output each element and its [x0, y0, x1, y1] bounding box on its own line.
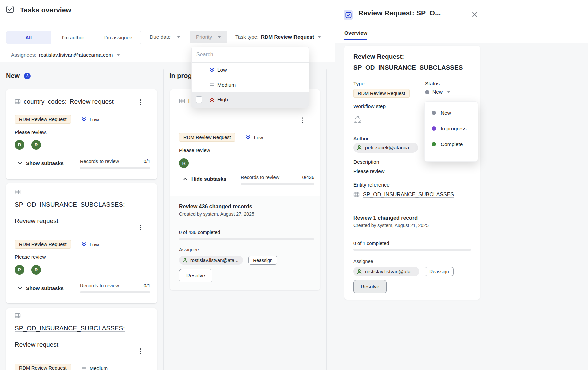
avatar[interactable]: P	[15, 265, 24, 275]
records-label: Records to review	[80, 159, 119, 164]
filter-tabs: All I’m author I’m assignee	[6, 31, 141, 44]
table-icon	[15, 189, 21, 195]
column-divider	[326, 69, 327, 370]
reassign-button[interactable]: Reassign	[248, 256, 277, 265]
workflow-step-label: Workflow step	[353, 103, 386, 109]
show-subtasks-toggle[interactable]: Show subtasks	[17, 160, 64, 166]
assignees-filter[interactable]: Assignees: rostislav.listvan@ataccama.co…	[11, 51, 120, 59]
panel-header: Review Request: SP_O... Overview	[335, 0, 588, 43]
task-type-badge: RDM Review Request	[15, 364, 71, 370]
chevron-down-icon	[17, 161, 23, 166]
checkbox[interactable]	[196, 82, 202, 88]
column-header-new: New 3	[6, 72, 31, 80]
task-type-filter[interactable]: Task type: RDM Review Request	[235, 31, 321, 43]
records-progress: Records to review 0/1	[80, 159, 150, 169]
reassign-button[interactable]: Reassign	[425, 267, 453, 276]
status-option-complete[interactable]: Complete	[425, 136, 478, 152]
badge-row: RDM Review Request Low	[179, 133, 263, 142]
priority-indicator: Low	[81, 242, 99, 247]
avatar[interactable]: R	[179, 158, 189, 168]
entity-link[interactable]: SP_OD_INSURANCE_SUBCLASSES:	[15, 322, 125, 335]
card-title: SP_OD_INSURANCE_SUBCLASSES: Review reque…	[15, 313, 134, 351]
progress-bar	[80, 167, 150, 169]
show-subtasks-toggle[interactable]: Show subtasks	[17, 285, 64, 291]
toggle-label: Show subtasks	[26, 160, 64, 166]
priority-option-medium[interactable]: Medium	[192, 78, 309, 93]
subtask-created: Created by system, August 21, 2025	[353, 223, 429, 228]
priority-label: Low	[90, 242, 99, 247]
table-icon	[179, 98, 185, 104]
subtask-title: Review 436 changed records	[179, 204, 252, 210]
priority-option-high[interactable]: High	[192, 92, 309, 107]
priority-medium-icon	[81, 365, 87, 370]
checkbox[interactable]	[196, 96, 202, 103]
avatar[interactable]: R	[31, 140, 41, 150]
tab-im-assignee[interactable]: I’m assignee	[95, 31, 141, 44]
avatar-group: R	[179, 158, 196, 168]
chevron-down-icon	[218, 36, 221, 38]
card-description: Please review	[15, 254, 46, 260]
resolve-button[interactable]: Resolve	[353, 280, 387, 293]
card-description: Please review	[179, 147, 210, 153]
records-value: 0/436	[302, 175, 314, 180]
status-option-in-progress[interactable]: In progress	[425, 121, 478, 136]
kanban-board: New 3 In progress country_codes: Review …	[0, 62, 335, 370]
status-option-new[interactable]: New	[425, 105, 478, 121]
priority-option-low[interactable]: Low	[192, 63, 309, 78]
avatar[interactable]: R	[31, 265, 41, 275]
kebab-menu-icon[interactable]	[301, 116, 305, 124]
subtask-completed: 0 of 1 completed	[353, 241, 389, 246]
option-label: Medium	[217, 82, 236, 88]
table-icon	[353, 191, 360, 198]
priority-search-row	[192, 47, 309, 63]
chevron-down-icon	[17, 286, 23, 291]
author-row: petr.zacek@atacca...	[353, 143, 418, 153]
kebab-menu-icon[interactable]	[139, 223, 143, 232]
page-title: Tasks overview	[20, 6, 71, 14]
entity-link[interactable]: SP_OD_INSURANCE_SUBCLASSES	[363, 192, 454, 198]
kebab-menu-icon[interactable]	[139, 347, 143, 355]
tab-im-author[interactable]: I’m author	[51, 31, 95, 44]
entity-link-fragment[interactable]: I	[188, 97, 190, 105]
task-card[interactable]: SP_OD_INSURANCE_SUBCLASSES: Review reque…	[6, 183, 157, 303]
author-chip[interactable]: petr.zacek@atacca...	[353, 143, 418, 153]
entity-link[interactable]: SP_OD_INSURANCE_SUBCLASSES:	[15, 198, 125, 211]
task-card[interactable]: I RDM Review Request Low Please review R…	[170, 89, 320, 290]
resolve-button[interactable]: Resolve	[179, 269, 212, 282]
tab-overview[interactable]: Overview	[344, 30, 367, 40]
assignee-chip[interactable]: rostislav.listvan@ata...	[179, 256, 243, 265]
type-label: Type	[353, 81, 365, 87]
task-card[interactable]: country_codes: Review request RDM Review…	[6, 89, 157, 179]
due-date-filter[interactable]: Due date	[150, 31, 180, 43]
priority-low-icon	[81, 242, 87, 247]
assignee-chip[interactable]: rostislav.listvan@ata...	[353, 267, 419, 276]
option-label: Complete	[441, 141, 463, 147]
task-type-badge: RDM Review Request	[15, 240, 71, 249]
search-input[interactable]	[192, 52, 309, 58]
priority-filter[interactable]: Priority	[190, 31, 227, 43]
tab-all[interactable]: All	[6, 31, 51, 44]
card-title: country_codes: Review request	[15, 97, 134, 106]
close-icon[interactable]	[471, 10, 479, 18]
avatar[interactable]: B	[15, 140, 24, 150]
person-icon	[356, 145, 362, 151]
avatar-group: P R	[15, 265, 41, 275]
entity-reference-label: Entity reference	[353, 182, 390, 188]
records-progress: Records to review 0/1	[80, 283, 150, 293]
kebab-menu-icon[interactable]	[139, 98, 143, 106]
priority-dropdown: Low Medium High	[191, 47, 309, 108]
priority-indicator: Medium	[81, 365, 108, 370]
task-card[interactable]: SP_OD_INSURANCE_SUBCLASSES: Review reque…	[6, 308, 157, 370]
subtask-title: Review 1 changed record	[353, 215, 418, 221]
entity-link[interactable]: country_codes:	[24, 97, 67, 106]
due-date-label: Due date	[150, 34, 171, 40]
hide-subtasks-toggle[interactable]: Hide subtasks	[183, 176, 226, 182]
status-select[interactable]: New	[425, 89, 450, 95]
checkbox[interactable]	[196, 67, 202, 73]
priority-low-icon	[245, 135, 251, 140]
records-value: 0/1	[144, 283, 150, 288]
avatar-divider	[28, 142, 28, 148]
assignees-label: Assignees:	[11, 52, 36, 58]
overview-card: Review Request: SP_OD_INSURANCE_SUBCLASS…	[344, 46, 480, 300]
priority-indicator: Low	[245, 135, 263, 140]
